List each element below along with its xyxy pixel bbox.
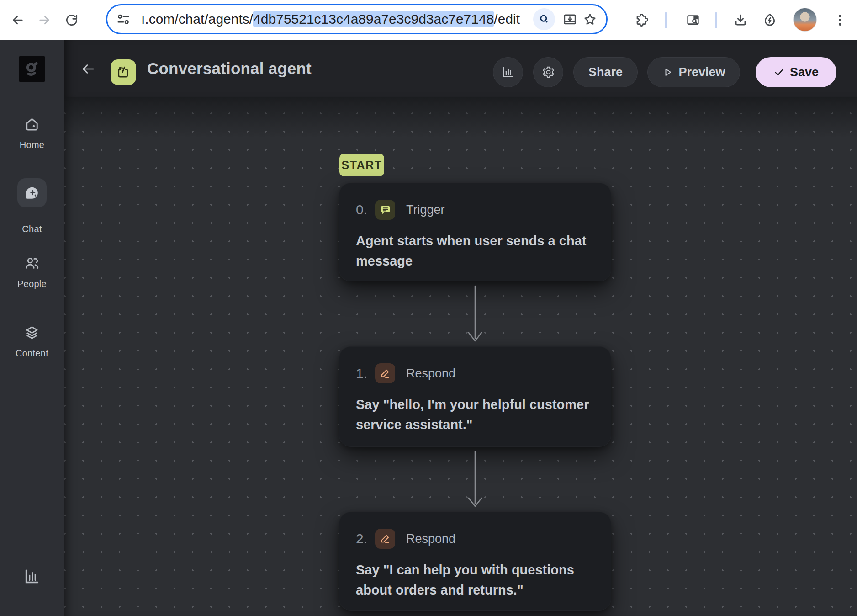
kebab-menu-icon[interactable] (830, 10, 851, 31)
sidebar-item-label: Content (0, 348, 64, 359)
lens-icon[interactable] (533, 8, 555, 30)
layers-icon (0, 324, 64, 342)
bar-chart-icon (23, 568, 41, 586)
save-button[interactable]: Save (756, 57, 836, 87)
app-sidebar: Home Chat People (0, 40, 64, 616)
reload-icon[interactable] (61, 10, 82, 31)
chat-message-icon (375, 200, 395, 220)
toolbar-divider (665, 12, 667, 28)
settings-button[interactable] (533, 57, 563, 87)
step-description: Say "hello, I'm your helpful customer se… (356, 394, 592, 435)
step-index: 2. (356, 531, 375, 547)
sidebar-item-label: Home (0, 140, 64, 150)
step-index: 0. (356, 202, 375, 218)
settings-gear-icon (541, 65, 555, 79)
bookmark-star-icon[interactable] (580, 9, 600, 29)
step-type-label: Respond (406, 366, 455, 381)
profile-avatar[interactable] (793, 8, 817, 32)
page-title: Conversational agent (147, 40, 312, 97)
downloads-icon[interactable] (730, 10, 751, 31)
tune-icon[interactable] (116, 12, 130, 26)
check-icon (773, 67, 784, 78)
preview-button[interactable]: Preview (647, 57, 740, 87)
pencil-icon (375, 529, 395, 549)
editor-header: Conversational agent Share Preview Save (64, 40, 857, 97)
pencil-icon (375, 363, 395, 383)
app-window: ı.com/chat/agents/4db75521c13c4a89a7e3c9… (0, 0, 857, 616)
analytics-icon (501, 65, 515, 79)
back-icon[interactable] (7, 10, 28, 31)
workflow-canvas[interactable]: START 0. Trigger Agent starts when user … (64, 97, 857, 616)
play-icon (662, 67, 673, 78)
start-badge: START (339, 154, 384, 176)
step-card-trigger[interactable]: 0. Trigger Agent starts when user sends … (339, 183, 611, 281)
install-app-icon[interactable] (560, 9, 580, 29)
sidebar-item-people[interactable]: People (0, 254, 64, 289)
step-description: Say "I can help you with questions about… (356, 560, 592, 600)
extensions-puzzle-icon[interactable] (631, 10, 652, 31)
url-text: ı.com/chat/agents/4db75521c13c4a89a7e3c9… (141, 11, 533, 27)
step-type-label: Respond (406, 532, 455, 546)
sidebar-item-label: Chat (0, 224, 64, 234)
sidebar-item-content[interactable]: Content (0, 324, 64, 359)
home-icon (0, 115, 64, 133)
address-bar[interactable]: ı.com/chat/agents/4db75521c13c4a89a7e3c9… (106, 4, 608, 34)
analytics-button[interactable] (493, 57, 523, 87)
energy-saver-icon[interactable] (759, 9, 780, 30)
toolbar-divider (715, 12, 717, 28)
connector-arrow (466, 285, 484, 343)
sidebar-item-home[interactable]: Home (0, 115, 64, 150)
share-button[interactable]: Share (573, 57, 638, 87)
step-card-respond-1[interactable]: 1. Respond Say "hello, I'm your helpful … (339, 346, 611, 447)
url-selected-text: 4db75521c13c4a89a7e3c9d3ac7e7148 (253, 11, 494, 27)
forward-icon[interactable] (34, 10, 55, 31)
browser-toolbar: ı.com/chat/agents/4db75521c13c4a89a7e3c9… (0, 0, 857, 40)
step-card-respond-2[interactable]: 2. Respond Say "I can help you with ques… (339, 512, 611, 611)
step-index: 1. (356, 366, 375, 381)
gamma-logo[interactable] (19, 56, 45, 82)
sidebar-analytics-button[interactable] (0, 568, 64, 586)
chat-sparkle-icon (23, 184, 41, 202)
side-search-icon[interactable] (682, 10, 704, 31)
agent-type-icon (111, 59, 136, 85)
people-icon (0, 254, 64, 272)
sidebar-item-label: People (0, 279, 64, 289)
back-to-agents-button[interactable] (79, 60, 97, 78)
sidebar-item-chat[interactable] (17, 178, 47, 207)
connector-arrow (466, 451, 484, 508)
step-type-label: Trigger (406, 203, 445, 217)
step-description: Agent starts when user sends a chat mess… (356, 231, 592, 271)
